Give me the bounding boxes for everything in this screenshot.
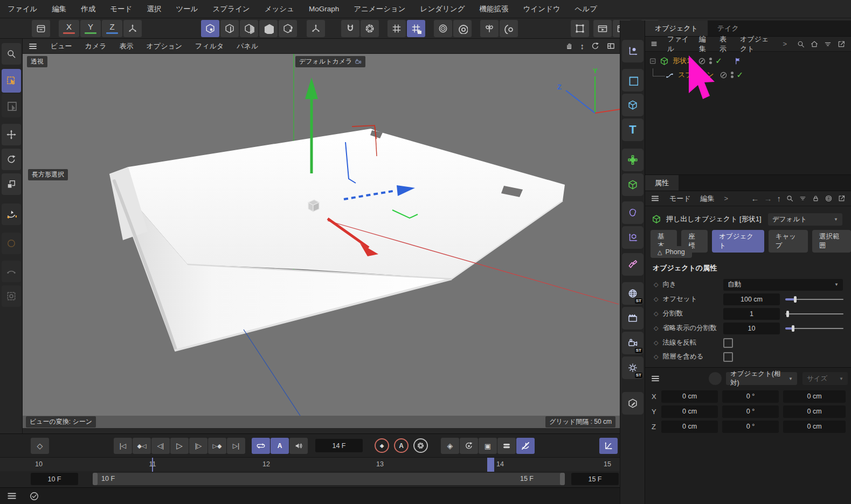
- menu-select[interactable]: 選択: [147, 4, 161, 14]
- tree-row-spline[interactable]: スプライン ✓: [645, 68, 851, 82]
- menu-edit[interactable]: 編集: [52, 4, 66, 14]
- arc-spline-button[interactable]: [2, 261, 21, 282]
- cube-primitive-button[interactable]: [622, 94, 644, 116]
- view-settings-button[interactable]: [571, 20, 589, 37]
- split-view-icon[interactable]: [606, 41, 615, 51]
- om-menu-view[interactable]: 表示: [719, 34, 730, 54]
- move-tool-button[interactable]: [2, 124, 21, 145]
- range-handle-left[interactable]: [93, 473, 98, 485]
- om-popout-icon[interactable]: [837, 40, 846, 48]
- preset-dropdown[interactable]: デフォルト▼: [768, 213, 842, 226]
- menu-tools[interactable]: ツール: [176, 4, 198, 14]
- live-selection-button[interactable]: [2, 69, 21, 93]
- key-rotation-button[interactable]: [460, 438, 478, 454]
- vp-menu-filter[interactable]: フィルタ: [195, 41, 224, 51]
- model-mode-button[interactable]: [201, 20, 219, 37]
- autokey-button[interactable]: A: [394, 438, 409, 453]
- tab-phong[interactable]: △Phong: [651, 246, 692, 258]
- lock-workplane-button[interactable]: [407, 20, 425, 37]
- polygons-mode-button[interactable]: [259, 20, 278, 37]
- menu-animation[interactable]: アニメーション: [354, 4, 405, 14]
- orbit-view-icon[interactable]: [591, 41, 600, 51]
- tab-object[interactable]: オブジェクト: [712, 230, 764, 253]
- status-menu-icon[interactable]: [6, 491, 17, 501]
- menu-file[interactable]: ファイル: [8, 4, 37, 14]
- symmetry-button[interactable]: [480, 20, 499, 37]
- lock-z-axis-button[interactable]: Z: [102, 20, 122, 37]
- om-menu-object[interactable]: オブジェクト: [740, 34, 773, 54]
- snap-button[interactable]: [341, 20, 359, 37]
- vp-menu-display[interactable]: 表示: [120, 41, 134, 51]
- menu-mode[interactable]: モード: [110, 4, 132, 14]
- tab-attributes[interactable]: 属性: [645, 175, 679, 191]
- enable-check-icon[interactable]: ✓: [737, 70, 744, 80]
- offset-field[interactable]: 100 cm: [723, 293, 780, 305]
- content-browser-button[interactable]: [32, 20, 50, 37]
- camera-swap-icon[interactable]: [355, 58, 362, 65]
- dolly-view-icon[interactable]: ↕: [580, 41, 585, 51]
- lock-x-axis-button[interactable]: X: [59, 20, 79, 37]
- render-options-button[interactable]: [453, 20, 472, 37]
- viewport-menu-icon[interactable]: [28, 41, 38, 51]
- rectangle-spline-button[interactable]: [622, 69, 644, 92]
- iso-field[interactable]: 10: [723, 323, 780, 334]
- attr-filter-icon[interactable]: [799, 194, 807, 202]
- range-handle-right[interactable]: [560, 473, 565, 485]
- world-coordinates-button[interactable]: [123, 20, 142, 37]
- sky-object-button[interactable]: ST: [622, 282, 644, 305]
- pan-view-icon[interactable]: [565, 41, 574, 51]
- flip-normals-checkbox[interactable]: [723, 338, 733, 348]
- offset-slider[interactable]: [785, 299, 843, 300]
- range-start-field[interactable]: 10 F: [31, 473, 78, 485]
- menu-window[interactable]: ウインドウ: [523, 4, 561, 14]
- make-keyframe-button[interactable]: ◇: [31, 438, 49, 454]
- menu-render[interactable]: レンダリング: [420, 4, 465, 14]
- menu-extensions[interactable]: 機能拡張: [480, 4, 509, 14]
- attr-lock-icon[interactable]: [812, 194, 820, 202]
- instance-button[interactable]: [622, 226, 644, 249]
- scale-z-field[interactable]: 0 cm: [783, 421, 846, 433]
- search-tool-button[interactable]: [2, 43, 21, 65]
- edit-toggle-icon[interactable]: [719, 71, 728, 79]
- tab-caps[interactable]: キャップ: [769, 230, 808, 253]
- current-frame-field[interactable]: 14 F: [315, 439, 363, 452]
- vp-menu-options[interactable]: オプション: [147, 41, 183, 51]
- coord-apply-button[interactable]: [709, 372, 722, 385]
- fcurve-mode-button[interactable]: [599, 438, 618, 454]
- key-parameters-button[interactable]: [497, 438, 516, 454]
- tree-row-shape1[interactable]: 形状1 ✓: [645, 54, 851, 68]
- pos-y-field[interactable]: 0 cm: [661, 405, 718, 418]
- edges-mode-button[interactable]: [240, 20, 258, 37]
- vp-menu-panel[interactable]: パネル: [237, 41, 258, 51]
- om-menu-icon[interactable]: [651, 39, 658, 48]
- light-object-button[interactable]: ST: [622, 356, 644, 379]
- sound-button[interactable]: [289, 438, 308, 454]
- snap-settings-button[interactable]: [361, 20, 379, 37]
- subdivisions-field[interactable]: 1: [723, 308, 780, 320]
- menu-create[interactable]: 作成: [81, 4, 95, 14]
- pos-z-field[interactable]: 0 cm: [661, 421, 718, 433]
- om-search-icon[interactable]: [797, 40, 805, 48]
- rot-p-field[interactable]: 0 °: [722, 405, 779, 418]
- attr-menu-edit[interactable]: 編集: [701, 194, 715, 204]
- key-position-button[interactable]: ◈: [441, 438, 459, 454]
- tab-selection[interactable]: 選択範囲: [812, 230, 851, 253]
- play-button[interactable]: ▷: [170, 438, 189, 454]
- rot-b-field[interactable]: 0 °: [722, 421, 779, 433]
- motext-button[interactable]: T: [622, 118, 644, 141]
- material-editor-button[interactable]: [622, 392, 644, 415]
- pos-x-field[interactable]: 0 cm: [661, 390, 718, 403]
- next-key-button[interactable]: ▷◆: [208, 438, 226, 454]
- rig-tool-button[interactable]: [2, 285, 21, 307]
- visibility-dots[interactable]: [731, 71, 734, 79]
- layer-flag-icon[interactable]: [734, 57, 742, 65]
- rot-h-field[interactable]: 0 °: [722, 390, 779, 403]
- workplane-grid-button[interactable]: [388, 20, 406, 37]
- prev-frame-button[interactable]: ◁|: [151, 438, 170, 454]
- attr-back-icon[interactable]: ←: [751, 194, 759, 203]
- texture-mode-button[interactable]: [279, 20, 297, 37]
- autokey-range-button[interactable]: A: [271, 438, 289, 454]
- points-mode-button[interactable]: [220, 20, 239, 37]
- attr-forward-icon[interactable]: →: [764, 194, 772, 203]
- include-hierarchy-checkbox[interactable]: [723, 352, 733, 362]
